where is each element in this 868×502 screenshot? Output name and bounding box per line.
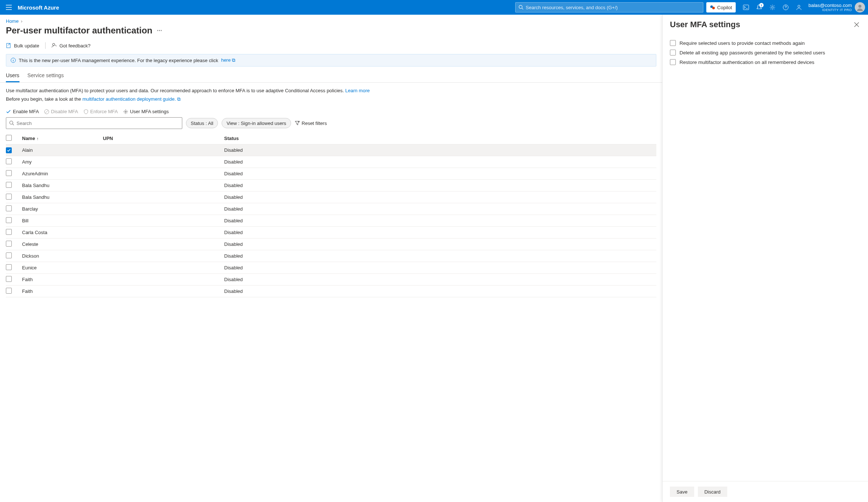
checkbox-restore-mfa[interactable] [670, 59, 676, 65]
user-mfa-settings-label: User MFA settings [130, 109, 169, 114]
disable-mfa-button: Disable MFA [44, 109, 78, 114]
enable-mfa-label: Enable MFA [13, 109, 39, 114]
option-delete-passwords[interactable]: Delete all existing app passwords genera… [670, 48, 861, 57]
notifications-button[interactable]: 1 [753, 1, 765, 13]
enforce-mfa-label: Enforce MFA [90, 109, 118, 114]
cloud-shell-button[interactable] [740, 1, 752, 13]
copilot-button[interactable]: Copilot [706, 2, 736, 12]
option-require-contact[interactable]: Require selected users to provide contac… [670, 38, 861, 48]
svg-point-7 [858, 5, 861, 8]
cell-status: Disabled [224, 277, 656, 282]
row-checkbox[interactable] [6, 217, 12, 223]
reset-filters-label: Reset filters [302, 121, 327, 126]
table-row[interactable]: FaithDisabled [6, 274, 656, 286]
row-checkbox[interactable] [6, 205, 12, 211]
shield-icon [83, 109, 89, 114]
help-icon [783, 4, 789, 10]
user-account[interactable]: balas@contoso.com IDENTITY IT PRO [808, 3, 852, 12]
table-row[interactable]: AlainDisabled [6, 144, 656, 156]
row-checkbox[interactable] [6, 182, 12, 188]
checkbox-require-contact[interactable] [670, 40, 676, 46]
user-avatar[interactable] [855, 2, 865, 12]
sort-arrow-icon: ↑ [36, 136, 39, 141]
table-row[interactable]: DicksonDisabled [6, 250, 656, 262]
row-checkbox[interactable] [6, 276, 12, 282]
help-button[interactable] [780, 1, 792, 13]
cell-name: Carla Costa [22, 230, 103, 235]
bulk-update-button[interactable]: Bulk update [6, 43, 39, 49]
cell-status: Disabled [224, 241, 656, 247]
tab-service-settings[interactable]: Service settings [28, 70, 64, 82]
enable-mfa-button[interactable]: Enable MFA [6, 109, 39, 114]
table-row[interactable]: AzureAdminDisabled [6, 168, 656, 180]
table-search[interactable] [6, 117, 182, 129]
table-row[interactable]: FaithDisabled [6, 286, 656, 297]
breadcrumb-home[interactable]: Home [6, 18, 19, 24]
row-checkbox[interactable] [6, 252, 12, 258]
view-filter-pill[interactable]: View : Sign-in allowed users [222, 118, 291, 128]
global-search[interactable] [515, 2, 703, 12]
row-checkbox[interactable] [6, 241, 12, 247]
hamburger-menu[interactable] [3, 1, 15, 13]
table-row[interactable]: BillDisabled [6, 215, 656, 227]
table-row[interactable]: Carla CostaDisabled [6, 227, 656, 239]
title-more-button[interactable]: ⋯ [157, 28, 162, 33]
svg-point-2 [712, 7, 715, 9]
status-filter-pill[interactable]: Status : All [186, 118, 218, 128]
col-status[interactable]: Status [224, 136, 656, 141]
reset-filters-button[interactable]: Reset filters [295, 121, 327, 126]
banner-link[interactable]: here ⧉ [221, 57, 236, 63]
user-mfa-settings-button[interactable]: User MFA settings [123, 109, 169, 114]
settings-small-icon [123, 109, 128, 114]
row-checkbox[interactable] [6, 264, 12, 270]
close-icon [854, 22, 859, 27]
cell-name: Eunice [22, 265, 103, 270]
checkbox-delete-passwords[interactable] [670, 50, 676, 55]
table-row[interactable]: EuniceDisabled [6, 262, 656, 274]
cell-name: Alain [22, 147, 103, 153]
table-row[interactable]: CelesteDisabled [6, 239, 656, 250]
table-row[interactable]: BarclayDisabled [6, 203, 656, 215]
row-checkbox[interactable] [6, 158, 12, 164]
row-checkbox[interactable] [6, 194, 12, 200]
row-checkbox[interactable] [6, 288, 12, 294]
search-icon [519, 5, 524, 10]
row-checkbox[interactable] [6, 229, 12, 235]
banner-text: This is the new per-user MFA management … [19, 58, 218, 63]
svg-point-0 [519, 5, 522, 8]
cell-name: AzureAdmin [22, 171, 103, 176]
table-search-input[interactable] [17, 121, 179, 126]
svg-point-4 [772, 7, 774, 8]
row-checkbox[interactable] [6, 170, 12, 176]
table-row[interactable]: Bala SandhuDisabled [6, 180, 656, 191]
check-icon [6, 109, 11, 114]
global-search-input[interactable] [526, 5, 700, 10]
cell-status: Disabled [224, 183, 656, 188]
avatar-icon [856, 4, 864, 11]
col-upn[interactable]: UPN [103, 136, 224, 141]
option-restore-mfa[interactable]: Restore multifactor authentication on al… [670, 57, 861, 67]
select-all-checkbox[interactable] [6, 135, 12, 141]
cell-name: Bala Sandhu [22, 194, 103, 200]
col-name[interactable]: Name↑ [22, 136, 103, 141]
learn-more-link[interactable]: Learn more [345, 88, 369, 93]
tab-users[interactable]: Users [6, 70, 19, 82]
toolbar-divider [45, 42, 46, 49]
users-table: Name↑ UPN Status AlainDisabledAmyDisable… [0, 133, 662, 297]
deployment-guide-link[interactable]: multifactor authentication deployment gu… [82, 96, 180, 102]
cell-name: Barclay [22, 206, 103, 212]
cell-name: Dickson [22, 253, 103, 259]
panel-close-button[interactable] [853, 21, 861, 29]
table-row[interactable]: Bala SandhuDisabled [6, 191, 656, 203]
row-checkbox[interactable] [6, 147, 12, 153]
cell-status: Disabled [224, 159, 656, 165]
feedback-toolbar-button[interactable]: Got feedback? [51, 43, 91, 49]
settings-button[interactable] [767, 1, 778, 13]
hamburger-icon [6, 5, 12, 10]
feedback-button[interactable] [793, 1, 805, 13]
bulk-update-label: Bulk update [14, 43, 39, 49]
table-row[interactable]: AmyDisabled [6, 156, 656, 168]
page-title: Per-user multifactor authentication [6, 25, 153, 36]
enforce-mfa-button: Enforce MFA [83, 109, 118, 114]
description: Use multifactor authentication (MFA) to … [0, 88, 662, 96]
